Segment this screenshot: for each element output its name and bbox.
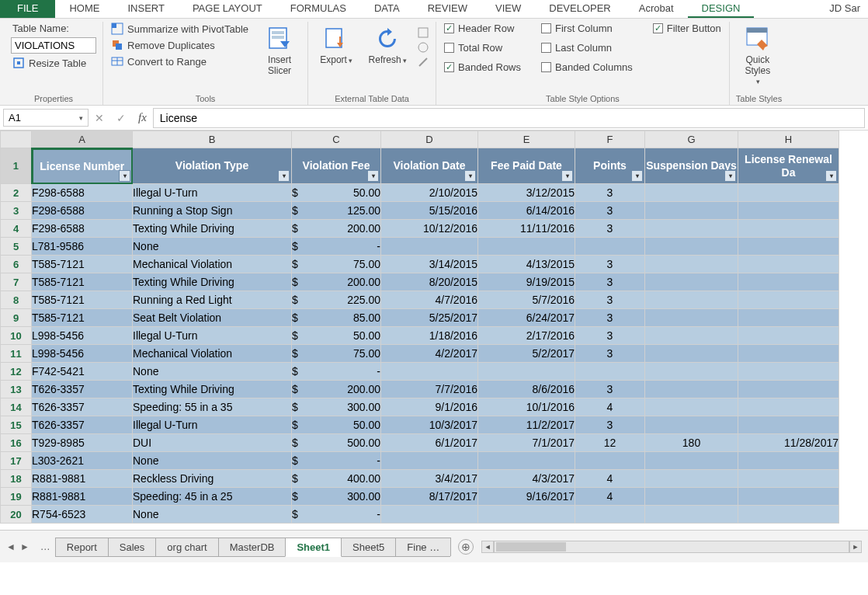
row-header[interactable]: 18: [1, 470, 32, 488]
cell[interactable]: Texting While Driving: [133, 381, 292, 398]
cell[interactable]: [575, 452, 645, 470]
row-header[interactable]: 13: [1, 381, 32, 398]
cell[interactable]: 4/3/2017: [478, 470, 575, 488]
cell[interactable]: 8/20/2015: [381, 273, 478, 291]
cell[interactable]: Illegal U-Turn: [133, 416, 292, 434]
cell[interactable]: [478, 506, 575, 524]
cell[interactable]: F298-6588: [32, 202, 133, 220]
cell[interactable]: [645, 381, 738, 398]
cell[interactable]: $300.00: [292, 398, 381, 416]
column-header[interactable]: C: [292, 131, 381, 148]
sheet-tab[interactable]: Sheet5: [341, 538, 396, 556]
row-header[interactable]: 7: [1, 273, 32, 291]
cell[interactable]: [738, 309, 839, 327]
cell[interactable]: 3: [575, 220, 645, 238]
cell[interactable]: [645, 416, 738, 434]
cell[interactable]: Illegal U-Turn: [133, 327, 292, 345]
tab-file[interactable]: FILE: [0, 0, 55, 18]
row-header[interactable]: 15: [1, 416, 32, 434]
cell[interactable]: [575, 363, 645, 381]
table-header-cell[interactable]: Violation Fee▾: [292, 148, 381, 184]
cell[interactable]: T585-7121: [32, 309, 133, 327]
table-header-cell[interactable]: Points▾: [575, 148, 645, 184]
column-header[interactable]: F: [575, 131, 645, 148]
banded-columns-checkbox[interactable]: Banded Columns: [540, 61, 634, 74]
cell[interactable]: T626-3357: [32, 398, 133, 416]
cell[interactable]: $300.00: [292, 488, 381, 506]
cell[interactable]: None: [133, 506, 292, 524]
column-header[interactable]: D: [381, 131, 478, 148]
cell[interactable]: [381, 506, 478, 524]
cell[interactable]: [645, 470, 738, 488]
cell[interactable]: [381, 363, 478, 381]
cell[interactable]: [645, 202, 738, 220]
cell[interactable]: 3: [575, 291, 645, 309]
cell[interactable]: None: [133, 452, 292, 470]
cell[interactable]: L998-5456: [32, 327, 133, 345]
cell[interactable]: R881-9881: [32, 470, 133, 488]
cell[interactable]: $50.00: [292, 327, 381, 345]
cell[interactable]: 5/25/2017: [381, 309, 478, 327]
sheet-tab[interactable]: Report: [55, 538, 109, 556]
cell[interactable]: 4/13/2015: [478, 256, 575, 273]
cell[interactable]: $85.00: [292, 309, 381, 327]
tab-insert[interactable]: INSERT: [113, 0, 178, 18]
cell[interactable]: 6/24/2017: [478, 309, 575, 327]
cell[interactable]: [738, 256, 839, 273]
cell[interactable]: None: [133, 363, 292, 381]
cell[interactable]: 7/7/2016: [381, 381, 478, 398]
cell[interactable]: $225.00: [292, 291, 381, 309]
formula-input[interactable]: [153, 108, 865, 128]
cell[interactable]: Running a Stop Sign: [133, 202, 292, 220]
tab-formulas[interactable]: FORMULAS: [276, 0, 360, 18]
cancel-formula-button[interactable]: ✕: [89, 112, 110, 124]
cell[interactable]: $50.00: [292, 184, 381, 202]
cell[interactable]: 6/1/2017: [381, 434, 478, 452]
sheet-nav-prev[interactable]: ◄: [6, 541, 16, 552]
cell[interactable]: [645, 363, 738, 381]
cell[interactable]: Speeding: 55 in a 35: [133, 398, 292, 416]
row-header[interactable]: 8: [1, 291, 32, 309]
cell[interactable]: F742-5421: [32, 363, 133, 381]
cell[interactable]: 3: [575, 327, 645, 345]
cell[interactable]: 8/17/2017: [381, 488, 478, 506]
insert-slicer-button[interactable]: Insert Slicer: [258, 22, 301, 76]
filter-dropdown-icon[interactable]: ▾: [631, 170, 643, 182]
cell[interactable]: 5/7/2016: [478, 291, 575, 309]
cell[interactable]: $50.00: [292, 416, 381, 434]
cell[interactable]: 9/1/2016: [381, 398, 478, 416]
remove-duplicates-button[interactable]: Remove Duplicates: [109, 38, 250, 52]
cell[interactable]: [575, 238, 645, 256]
cell[interactable]: [738, 488, 839, 506]
row-header[interactable]: 16: [1, 434, 32, 452]
cell[interactable]: 6/14/2016: [478, 202, 575, 220]
tab-acrobat[interactable]: Acrobat: [625, 0, 688, 18]
unlink-icon[interactable]: [417, 56, 429, 68]
cell[interactable]: $400.00: [292, 470, 381, 488]
sheet-tab[interactable]: Fine …: [395, 538, 451, 556]
cell[interactable]: [645, 506, 738, 524]
row-header[interactable]: 11: [1, 345, 32, 363]
cell[interactable]: 4: [575, 470, 645, 488]
last-column-checkbox[interactable]: Last Column: [540, 41, 634, 54]
cell[interactable]: Reckless Driving: [133, 470, 292, 488]
cell[interactable]: T585-7121: [32, 256, 133, 273]
cell[interactable]: 5/2/2017: [478, 345, 575, 363]
cell[interactable]: 8/6/2016: [478, 381, 575, 398]
cell[interactable]: 3/12/2015: [478, 184, 575, 202]
scroll-right-button[interactable]: ►: [849, 541, 862, 553]
cell[interactable]: [738, 363, 839, 381]
row-header[interactable]: 9: [1, 309, 32, 327]
cell[interactable]: [645, 273, 738, 291]
cell[interactable]: Seat Belt Violation: [133, 309, 292, 327]
cell[interactable]: [478, 363, 575, 381]
first-column-checkbox[interactable]: First Column: [540, 22, 634, 35]
cell[interactable]: 7/1/2017: [478, 434, 575, 452]
cell[interactable]: [645, 345, 738, 363]
banded-rows-checkbox[interactable]: Banded Rows: [443, 61, 523, 74]
cell[interactable]: [645, 220, 738, 238]
sheet-tab[interactable]: Sales: [108, 538, 157, 556]
cell[interactable]: L998-5456: [32, 345, 133, 363]
table-header-cell[interactable]: Fee Paid Date▾: [478, 148, 575, 184]
select-all-corner[interactable]: [1, 131, 32, 148]
